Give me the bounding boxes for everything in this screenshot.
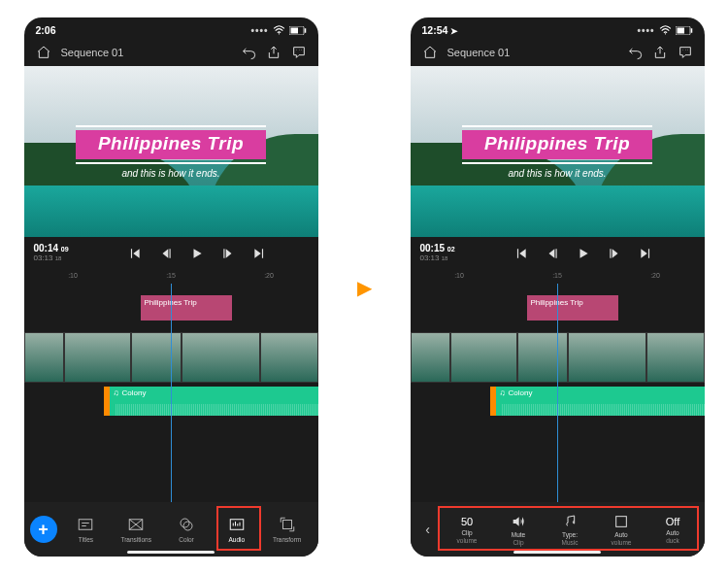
video-subtitle: and this is how it ends.	[76, 168, 266, 179]
svg-point-10	[664, 33, 665, 34]
app-bar: Sequence 01	[24, 39, 318, 66]
video-title: Philippines Trip	[462, 130, 652, 159]
phone-right: 12:54 ➤ •••• Sequence 01 Philippines Tri…	[411, 17, 705, 557]
tool-clip-volume[interactable]: 50 Clip volume	[442, 516, 493, 544]
playhead[interactable]	[557, 284, 558, 502]
audio-clip[interactable]: ♫Colony	[490, 387, 705, 416]
cellular-icon: ••••	[637, 25, 654, 36]
skip-end-icon[interactable]	[639, 247, 652, 260]
location-icon: ➤	[450, 26, 458, 36]
music-icon	[562, 514, 578, 529]
step-fwd-icon[interactable]	[608, 247, 621, 260]
step-back-icon[interactable]	[159, 247, 173, 260]
home-indicator	[127, 551, 215, 554]
sequence-title: Sequence 01	[447, 47, 511, 58]
skip-start-icon[interactable]	[128, 247, 142, 260]
wifi-icon	[659, 25, 672, 35]
step-fwd-icon[interactable]	[221, 247, 235, 260]
comment-icon[interactable]	[291, 45, 307, 60]
svg-rect-8	[230, 520, 244, 530]
transport-bar: 00:14 09 03:13 18	[24, 237, 318, 270]
svg-point-0	[278, 33, 279, 34]
title-clip[interactable]: Philippines Trip	[141, 295, 232, 321]
timeline[interactable]: Philippines Trip ♫Colony	[24, 284, 318, 502]
play-icon[interactable]	[190, 247, 204, 260]
timeline-ruler: :10:15:20	[411, 270, 705, 284]
title-overlay: Philippines Trip and this is how it ends…	[76, 122, 266, 179]
video-preview[interactable]: Philippines Trip and this is how it ends…	[24, 66, 318, 237]
svg-rect-14	[616, 516, 627, 526]
title-clip[interactable]: Philippines Trip	[527, 295, 618, 321]
tool-audio[interactable]: Audio	[212, 516, 262, 543]
video-subtitle: and this is how it ends.	[462, 168, 652, 179]
status-time: 2:06	[36, 24, 56, 36]
timeline[interactable]: Philippines Trip ♫Colony	[411, 284, 705, 502]
tool-titles[interactable]: Titles	[61, 516, 112, 543]
battery-icon	[289, 26, 307, 35]
tool-color[interactable]: Color	[161, 516, 212, 543]
svg-rect-2	[304, 28, 306, 33]
app-bar: Sequence 01	[411, 39, 705, 66]
comment-icon[interactable]	[678, 45, 693, 60]
video-preview[interactable]: Philippines Trip and this is how it ends…	[411, 66, 705, 237]
timeline-ruler: :10:15:20	[24, 270, 318, 284]
music-note-icon: ♫	[500, 388, 506, 397]
status-time: 12:54	[422, 24, 448, 36]
skip-end-icon[interactable]	[252, 247, 266, 260]
music-note-icon: ♫	[114, 388, 119, 397]
transport-bar: 00:15 02 03:13 18	[411, 237, 705, 270]
svg-rect-13	[677, 27, 684, 33]
arrow-right-icon: ▶	[357, 276, 372, 299]
playhead[interactable]	[171, 284, 172, 502]
home-indicator	[513, 551, 601, 554]
step-back-icon[interactable]	[546, 247, 559, 260]
phone-left: 2:06 •••• Sequence 01 Philippines Trip a…	[24, 17, 318, 557]
add-button[interactable]: +	[30, 516, 57, 543]
play-icon[interactable]	[577, 247, 590, 260]
tool-auto-duck[interactable]: Off Auto duck	[647, 516, 699, 544]
home-icon[interactable]	[422, 45, 438, 60]
status-bar: 12:54 ➤ ••••	[411, 17, 705, 39]
sequence-title: Sequence 01	[61, 47, 124, 58]
svg-rect-3	[290, 27, 298, 33]
share-icon[interactable]	[266, 45, 281, 60]
audio-clip[interactable]: ♫Colony	[104, 387, 318, 416]
title-overlay: Philippines Trip and this is how it ends…	[462, 122, 652, 179]
wifi-icon	[273, 25, 285, 35]
audio-toolbar: ‹ 50 Clip volume Mute Clip Type: Music A…	[411, 502, 705, 557]
svg-rect-12	[690, 28, 692, 33]
undo-icon[interactable]	[241, 45, 256, 60]
home-icon[interactable]	[36, 45, 51, 60]
svg-rect-9	[282, 521, 291, 529]
video-title: Philippines Trip	[76, 130, 266, 159]
status-bar: 2:06 ••••	[24, 17, 318, 39]
time-display: 00:14 09 03:13 18	[34, 244, 69, 263]
cellular-icon: ••••	[250, 25, 268, 36]
volume-icon	[511, 514, 526, 529]
battery-icon	[676, 26, 693, 35]
tool-transitions[interactable]: Transitions	[111, 516, 161, 543]
time-display: 00:15 02 03:13 18	[420, 244, 455, 263]
share-icon[interactable]	[652, 45, 668, 60]
bottom-toolbar: + Titles Transitions Color Audio Transfo…	[24, 502, 318, 557]
svg-rect-4	[80, 520, 93, 530]
back-button[interactable]: ‹	[416, 522, 440, 537]
tool-type-music[interactable]: Type: Music	[545, 514, 596, 546]
undo-icon[interactable]	[627, 45, 643, 60]
tool-auto-volume[interactable]: Auto volume	[596, 514, 647, 546]
tool-transform[interactable]: Transform	[262, 516, 313, 543]
checkbox-icon	[613, 514, 629, 529]
tool-mute-clip[interactable]: Mute Clip	[493, 514, 545, 546]
skip-start-icon[interactable]	[514, 247, 528, 260]
